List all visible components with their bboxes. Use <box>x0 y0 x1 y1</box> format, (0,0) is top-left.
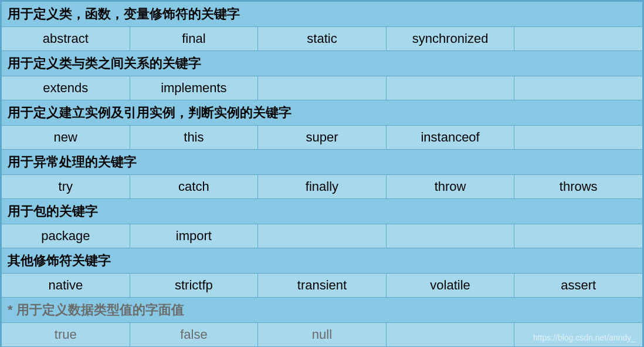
keyword-cell: try <box>2 175 130 199</box>
keyword-cell: native <box>2 274 130 298</box>
keyword-cell <box>258 76 387 100</box>
keyword-cell <box>514 76 643 100</box>
keyword-cell: finally <box>258 175 387 199</box>
section-header: 用于定义类与类之间关系的关键字 <box>2 51 643 76</box>
keyword-cell <box>258 224 387 248</box>
keyword-cell <box>386 224 514 248</box>
section-header: 用于定义建立实例及引用实例，判断实例的关键字 <box>2 100 643 126</box>
watermark-text: https://blog.csdn.net/anndy_ <box>533 333 636 342</box>
keyword-cell: strictfp <box>130 274 258 298</box>
keyword-cell: extends <box>2 76 130 100</box>
keyword-cell: assert <box>514 274 643 298</box>
keyword-cell: volatile <box>386 274 514 298</box>
keyword-cell <box>514 224 643 248</box>
table-row: abstractfinalstaticsynchronized <box>2 27 643 51</box>
table-row: nativestrictfptransientvolatileassert <box>2 274 643 298</box>
table-row: packageimport <box>2 224 643 248</box>
table-row: trycatchfinallythrowthrows <box>2 175 643 199</box>
keyword-cell <box>386 323 514 347</box>
keyword-cell <box>514 27 643 51</box>
keyword-cell: abstract <box>2 27 130 51</box>
table-row: extendsimplements <box>2 76 643 100</box>
section-header: * 用于定义数据类型值的字面值 <box>2 298 643 323</box>
keyword-cell <box>514 126 643 150</box>
keyword-cell: final <box>130 27 258 51</box>
keyword-cell: catch <box>130 175 258 199</box>
keyword-cell: true <box>2 323 130 347</box>
section-header: 用于包的关键字 <box>2 199 643 224</box>
keyword-cell: package <box>2 224 130 248</box>
section-header: 用于异常处理的关键字 <box>2 150 643 175</box>
keywords-table: 用于定义类，函数，变量修饰符的关键字abstractfinalstaticsyn… <box>1 1 643 347</box>
keyword-cell: static <box>258 27 387 51</box>
keyword-cell <box>386 76 514 100</box>
section-header: 其他修饰符关键字 <box>2 248 643 274</box>
table-row: newthissuperinstanceof <box>2 126 643 150</box>
keyword-cell: super <box>258 126 387 150</box>
keyword-cell: transient <box>258 274 387 298</box>
keyword-cell: this <box>130 126 258 150</box>
keyword-cell: implements <box>130 76 258 100</box>
keyword-cell: synchronized <box>386 27 514 51</box>
section-header: 用于定义类，函数，变量修饰符的关键字 <box>2 2 643 27</box>
keyword-cell: false <box>130 323 258 347</box>
keyword-cell: null <box>258 323 387 347</box>
keyword-cell: throws <box>514 175 643 199</box>
keyword-cell: instanceof <box>386 126 514 150</box>
keyword-cell: throw <box>386 175 514 199</box>
keyword-cell: new <box>2 126 130 150</box>
keyword-cell: import <box>130 224 258 248</box>
